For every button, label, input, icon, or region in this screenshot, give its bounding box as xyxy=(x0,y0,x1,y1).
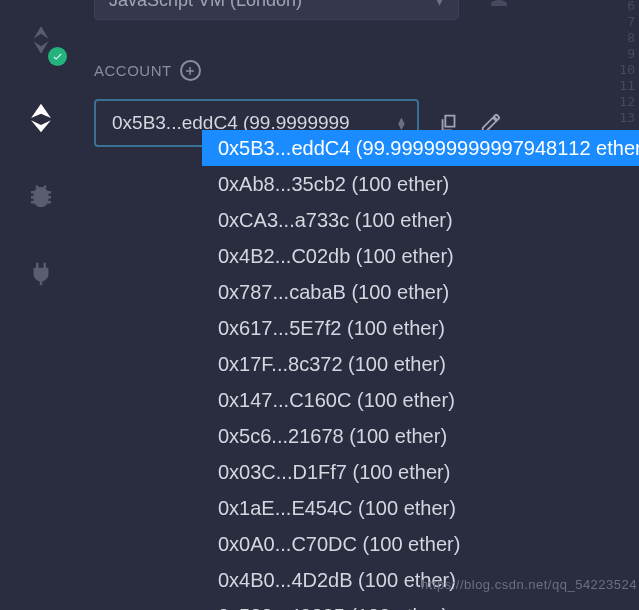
account-option[interactable]: 0x4B2...C02db (100 ether) xyxy=(202,238,639,274)
line-number: 9 xyxy=(619,46,635,62)
account-option[interactable]: 0xCA3...a733c (100 ether) xyxy=(202,202,639,238)
account-option[interactable]: 0x583...40225 (100 ether) xyxy=(202,598,639,610)
line-number: 8 xyxy=(619,30,635,46)
line-number: 12 xyxy=(619,94,635,110)
sidebar-item-debug[interactable] xyxy=(19,174,63,218)
user-icon[interactable] xyxy=(487,0,511,10)
environment-select[interactable]: JavaScript VM (London) ▾ xyxy=(94,0,459,20)
watermark: https://blog.csdn.net/qq_54223524 xyxy=(421,577,637,592)
check-badge-icon xyxy=(48,47,67,66)
environment-label: JavaScript VM (London) xyxy=(109,0,302,11)
line-number: 7 xyxy=(619,14,635,30)
account-option[interactable]: 0x5B3...eddC4 (99.999999999997948112 eth… xyxy=(202,130,639,166)
account-option[interactable]: 0x0A0...C70DC (100 ether) xyxy=(202,526,639,562)
account-dropdown[interactable]: 0x5B3...eddC4 (99.999999999997948112 eth… xyxy=(202,130,639,610)
account-option[interactable]: 0x617...5E7f2 (100 ether) xyxy=(202,310,639,346)
stepper-icon: ▲▼ xyxy=(396,117,407,129)
sidebar-item-solidity[interactable] xyxy=(19,18,63,62)
account-option[interactable]: 0x787...cabaB (100 ether) xyxy=(202,274,639,310)
account-option[interactable]: 0x03C...D1Ff7 (100 ether) xyxy=(202,454,639,490)
account-option[interactable]: 0x5c6...21678 (100 ether) xyxy=(202,418,639,454)
account-option[interactable]: 0x1aE...E454C (100 ether) xyxy=(202,490,639,526)
sidebar xyxy=(0,0,82,610)
account-option[interactable]: 0xAb8...35cb2 (100 ether) xyxy=(202,166,639,202)
account-option[interactable]: 0x17F...8c372 (100 ether) xyxy=(202,346,639,382)
deploy-panel: JavaScript VM (London) ▾ ACCOUNT ＋ 0x5B3… xyxy=(82,0,639,610)
line-number: 11 xyxy=(619,78,635,94)
line-number: 10 xyxy=(619,62,635,78)
line-number: 6 xyxy=(619,0,635,14)
chevron-down-icon: ▾ xyxy=(435,0,444,11)
bug-icon xyxy=(26,181,56,211)
account-option[interactable]: 0x147...C160C (100 ether) xyxy=(202,382,639,418)
sidebar-item-plugins[interactable] xyxy=(19,252,63,296)
account-section-header: ACCOUNT ＋ xyxy=(94,60,627,81)
line-number-gutter: 678910111213 xyxy=(619,0,639,126)
line-number: 13 xyxy=(619,110,635,126)
add-account-button[interactable]: ＋ xyxy=(180,60,201,81)
ethereum-icon xyxy=(24,101,58,135)
sidebar-item-deploy[interactable] xyxy=(19,96,63,140)
account-section-label: ACCOUNT xyxy=(94,62,172,79)
plug-icon xyxy=(26,259,56,289)
